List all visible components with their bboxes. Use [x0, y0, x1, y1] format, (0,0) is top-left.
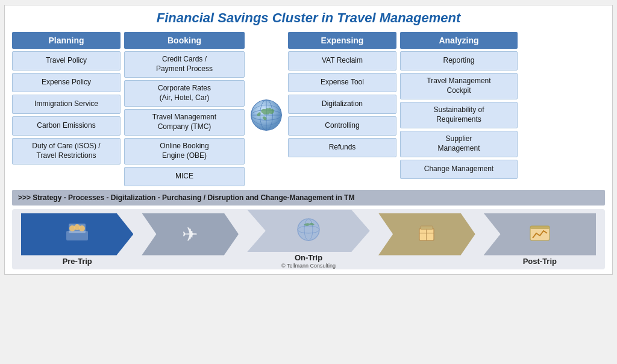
plane-icon: ✈ — [182, 223, 198, 246]
pretrip-chevron — [21, 213, 134, 256]
planning-item-4: Duty of Care (iSOS) /Travel Restrictions — [12, 138, 121, 165]
booking-item-0: Credit Cards /Payment Process — [124, 51, 245, 78]
package-label: . — [426, 257, 428, 266]
ontrip-icon — [295, 216, 322, 245]
page-title: Financial Savings Cluster in Travel Mana… — [12, 10, 605, 26]
booking-item-4: MICE — [124, 167, 245, 186]
expensing-header: Expensing — [288, 32, 396, 49]
arrow-package: . — [373, 213, 481, 266]
planning-item-3: Carbon Emissions — [12, 116, 121, 136]
plane-label: . — [189, 257, 192, 266]
expensing-item-2: Digitalization — [288, 95, 396, 114]
expensing-column: Expensing VAT Reclaim Expense Tool Digit… — [288, 32, 396, 186]
analyzing-item-4: Change Management — [400, 160, 518, 179]
analyzing-item-0: Reporting — [400, 51, 518, 71]
arrow-posttrip: Post-Trip — [481, 213, 599, 266]
planning-column: Planning Travel Policy Expense Policy Im… — [12, 32, 121, 186]
copyright-label: © Tellmann Consulting — [281, 263, 336, 269]
planning-header: Planning — [12, 32, 121, 49]
expensing-item-0: VAT Reclaim — [288, 51, 396, 71]
planning-item-0: Travel Policy — [12, 51, 121, 71]
svg-point-11 — [298, 219, 319, 240]
svg-point-10 — [79, 225, 85, 231]
booking-item-2: Travel ManagementCompany (TMC) — [124, 109, 245, 136]
arrow-ontrip: On-Trip © Tellmann Consulting — [244, 210, 373, 269]
arrow-plane: ✈ . — [136, 213, 244, 266]
booking-item-3: Online BookingEngine (OBE) — [124, 138, 245, 165]
main-container: Financial Savings Cluster in Travel Mana… — [4, 5, 613, 275]
posttrip-chevron — [484, 213, 597, 256]
pretrip-label: Pre-Trip — [63, 257, 92, 266]
booking-column: Booking Credit Cards /Payment Process Co… — [124, 32, 245, 186]
planning-item-2: Immigration Service — [12, 95, 121, 114]
svg-rect-17 — [421, 226, 433, 230]
plane-chevron: ✈ — [142, 213, 239, 256]
booking-header: Booking — [124, 32, 245, 49]
booking-item-1: Corporate Rates(Air, Hotel, Car) — [124, 80, 245, 107]
top-grid: Planning Travel Policy Expense Policy Im… — [12, 32, 605, 186]
ontrip-chevron — [247, 210, 370, 252]
pretrip-icon — [64, 219, 90, 249]
analyzing-item-1: Travel ManagementCockpit — [400, 73, 518, 99]
arrow-pretrip: Pre-Trip — [18, 213, 136, 266]
planning-item-1: Expense Policy — [12, 73, 121, 92]
posttrip-label: Post-Trip — [523, 257, 557, 266]
analyzing-column: Analyzing Reporting Travel ManagementCoc… — [400, 32, 518, 186]
globe-icon — [249, 98, 283, 132]
globe-cell — [248, 32, 284, 186]
ontrip-label: On-Trip — [295, 253, 322, 262]
expensing-item-3: Controlling — [288, 116, 396, 136]
package-icon — [416, 222, 437, 246]
svg-rect-19 — [530, 226, 550, 229]
package-chevron — [378, 213, 475, 256]
expensing-item-4: Refunds — [288, 138, 396, 157]
analyzing-header: Analyzing — [400, 32, 518, 49]
expensing-item-1: Expense Tool — [288, 73, 396, 92]
strategy-banner: >>> Strategy - Processes - Digitalizatio… — [12, 190, 605, 206]
posttrip-icon — [528, 221, 552, 248]
analyzing-item-2: Sustainability ofRequirements — [400, 102, 518, 128]
analyzing-item-3: SupplierManagement — [400, 131, 518, 157]
bottom-section: Pre-Trip ✈ . On-Trip © — [12, 209, 605, 269]
